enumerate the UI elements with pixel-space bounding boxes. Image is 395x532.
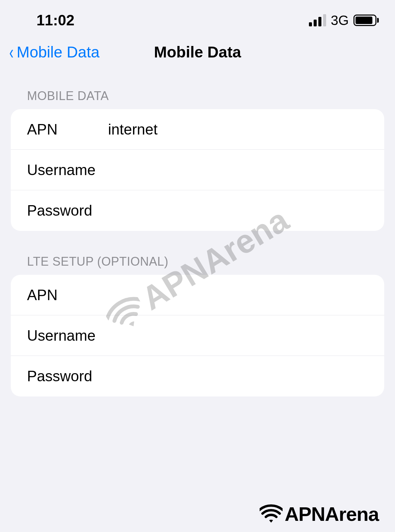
row-apn[interactable]: APN [11, 109, 384, 150]
section-group-lte-setup: APN Username Password [11, 275, 384, 396]
label-lte-apn: APN [27, 287, 108, 304]
back-button-label: Mobile Data [17, 43, 99, 61]
content: MOBILE DATA APN Username Password LTE SE… [0, 72, 395, 396]
row-lte-username[interactable]: Username [11, 315, 384, 356]
signal-strength-icon [309, 14, 326, 26]
label-username: Username [27, 162, 108, 178]
row-lte-apn[interactable]: APN [11, 275, 384, 315]
navigation-bar: ‹ Mobile Data Mobile Data [0, 35, 395, 72]
chevron-left-icon: ‹ [9, 42, 14, 62]
section-group-mobile-data: APN Username Password [11, 109, 384, 231]
input-username[interactable] [108, 162, 368, 178]
input-lte-password[interactable] [108, 368, 368, 385]
input-apn[interactable] [108, 121, 368, 138]
section-header-lte-setup: LTE SETUP (OPTIONAL) [11, 255, 384, 275]
row-password[interactable]: Password [11, 190, 384, 231]
status-bar: 11:02 3G [0, 0, 395, 35]
back-button[interactable]: ‹ Mobile Data [8, 42, 100, 62]
label-password: Password [27, 202, 108, 219]
status-time: 11:02 [16, 12, 75, 29]
page-title: Mobile Data [154, 43, 241, 61]
bottom-logo: APNArena [260, 502, 379, 526]
label-lte-password: Password [27, 368, 108, 385]
label-apn: APN [27, 121, 108, 138]
row-username[interactable]: Username [11, 150, 384, 190]
input-lte-apn[interactable] [108, 287, 368, 304]
wifi-icon [260, 502, 283, 526]
bottom-logo-text: APNArena [285, 503, 379, 525]
row-lte-password[interactable]: Password [11, 356, 384, 396]
input-password[interactable] [108, 202, 368, 219]
section-header-mobile-data: MOBILE DATA [11, 89, 384, 109]
status-right: 3G [309, 13, 379, 28]
input-lte-username[interactable] [108, 327, 368, 344]
network-type: 3G [331, 13, 349, 28]
battery-icon [353, 15, 379, 26]
label-lte-username: Username [27, 327, 108, 344]
